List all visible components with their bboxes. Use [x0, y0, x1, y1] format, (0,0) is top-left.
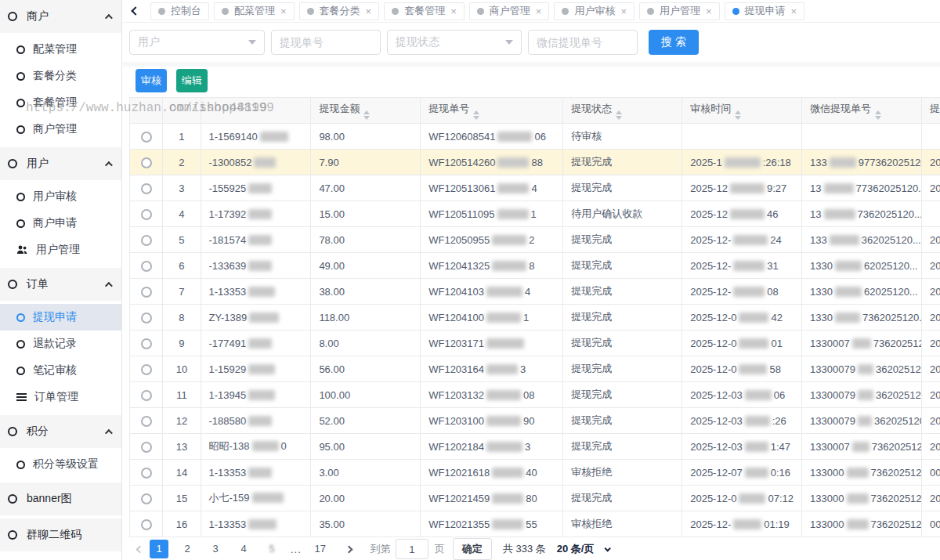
audit-button[interactable]: 审核: [136, 69, 167, 92]
user-cell: 昭昭-1380: [201, 434, 311, 460]
audit-time-cell: [682, 124, 802, 150]
amount-cell: 15.00: [311, 201, 421, 227]
redacted-text: [858, 364, 873, 374]
table-row: 6-13363949.00WF120413258提现完成2025-12-3113…: [130, 253, 940, 279]
row-radio[interactable]: [141, 287, 152, 298]
row-radio[interactable]: [141, 313, 152, 323]
row-index-cell: 14: [163, 460, 201, 486]
sidebar-item-user[interactable]: 用户: [0, 147, 121, 180]
page-number-2[interactable]: 2: [178, 540, 197, 558]
wechat-order-cell: 1330007362025120...: [802, 511, 922, 537]
tab-combo-category[interactable]: 套餐分类×: [299, 2, 380, 20]
row-radio[interactable]: [141, 338, 152, 349]
sidebar-item-points[interactable]: 积分: [0, 415, 121, 448]
page-number-5[interactable]: 5: [262, 540, 281, 558]
tab-dot: [562, 8, 569, 15]
close-tab-icon[interactable]: ×: [536, 6, 542, 16]
row-radio[interactable]: [141, 132, 152, 143]
audit-time-cell: 2025-12-007:12: [682, 486, 802, 511]
row-radio[interactable]: [141, 364, 152, 375]
close-tab-icon[interactable]: ×: [280, 6, 287, 16]
page-size-select[interactable]: 20 条/页: [557, 542, 610, 556]
page-number-1[interactable]: 1: [150, 540, 168, 558]
wechat-order-cell: 137362025120...: [802, 201, 922, 227]
goto-page-input[interactable]: [396, 539, 428, 559]
sort-desc-icon: [363, 116, 370, 120]
tab-user-management[interactable]: 用户管理×: [639, 2, 720, 20]
sidebar-item-merchant[interactable]: 商户: [0, 0, 121, 33]
row-radio[interactable]: [141, 442, 152, 453]
sort-icon[interactable]: [616, 110, 622, 120]
withdraw-status-select[interactable]: 提现状态: [387, 30, 522, 55]
sidebar-item-order-management[interactable]: 订单管理: [0, 384, 121, 410]
row-radio[interactable]: [141, 416, 152, 427]
tab-merchant-management[interactable]: 商户管理×: [469, 2, 550, 20]
amount-column-header[interactable]: 提现金额: [311, 98, 421, 124]
close-tab-icon[interactable]: ×: [366, 6, 372, 16]
tab-dish-management[interactable]: 配菜管理×: [214, 2, 295, 20]
wechat-order-column-header[interactable]: 微信提现单号: [802, 98, 922, 124]
sidebar-item-user-management[interactable]: 用户管理: [0, 237, 121, 263]
sort-icon[interactable]: [473, 110, 479, 120]
row-radio[interactable]: [141, 468, 152, 479]
audit-time-column-header[interactable]: 审核时间: [682, 98, 802, 124]
sidebar-item-combo-management[interactable]: 套餐管理: [0, 89, 121, 116]
row-radio[interactable]: [141, 493, 152, 504]
sort-icon[interactable]: [363, 110, 370, 120]
sidebar-item-refund-records[interactable]: 退款记录: [0, 331, 121, 357]
wechat-order-input[interactable]: [528, 30, 638, 55]
page-number-3[interactable]: 3: [206, 540, 225, 558]
circle-icon: [16, 313, 25, 322]
user-select[interactable]: 用户: [129, 30, 265, 55]
row-radio[interactable]: [141, 519, 152, 530]
page-number-17[interactable]: 17: [311, 540, 330, 558]
row-radio[interactable]: [141, 390, 152, 401]
tab-console[interactable]: 控制台: [150, 2, 209, 20]
chevron-down-icon: [505, 40, 513, 45]
tab-combo-management[interactable]: 套餐管理×: [384, 2, 465, 20]
row-radio[interactable]: [141, 183, 152, 194]
row-radio[interactable]: [141, 157, 152, 168]
tab-label: 提现申请: [745, 4, 786, 18]
tab-user-review[interactable]: 用户审核×: [554, 2, 634, 20]
status-cell: 提现完成: [563, 408, 682, 434]
close-tab-icon[interactable]: ×: [706, 6, 712, 16]
row-radio[interactable]: [141, 261, 152, 272]
tabs-scroll-left-button[interactable]: [127, 2, 144, 20]
confirm-page-button[interactable]: 确定: [453, 538, 492, 560]
close-tab-icon[interactable]: ×: [620, 6, 627, 16]
order-no-column-header[interactable]: 提现单号: [421, 98, 563, 124]
page-number-4[interactable]: 4: [234, 540, 253, 558]
prev-page-button[interactable]: [129, 540, 150, 558]
sidebar-item-combo-category[interactable]: 套餐分类: [0, 63, 121, 89]
sidebar-item-label: banner图: [27, 492, 72, 506]
row-radio[interactable]: [141, 209, 152, 220]
close-tab-icon[interactable]: ×: [791, 6, 797, 16]
withdraw-time-cell: 2025-: [922, 331, 940, 356]
withdraw-order-input[interactable]: [271, 30, 381, 55]
withdraw-time-cell: 2025-: [922, 150, 940, 175]
close-tab-icon[interactable]: ×: [450, 6, 457, 16]
sidebar-item-dish-management[interactable]: 配菜管理: [0, 36, 121, 63]
row-radio[interactable]: [141, 235, 152, 246]
sort-icon[interactable]: [735, 110, 741, 120]
redacted-text: [492, 235, 526, 245]
search-button[interactable]: 搜 索: [649, 30, 699, 55]
sidebar-item-note-review[interactable]: 笔记审核: [0, 357, 121, 384]
sort-icon[interactable]: [875, 110, 881, 120]
chevron-left-icon: [131, 6, 139, 15]
sidebar-item-banner[interactable]: banner图: [0, 482, 121, 515]
sidebar-item-merchant-management[interactable]: 商户管理: [0, 116, 121, 143]
next-page-button[interactable]: [339, 540, 360, 558]
sidebar-item-merchant-apply[interactable]: 商户申请: [0, 210, 121, 237]
status-column-header[interactable]: 提现状态: [563, 98, 682, 124]
withdraw-time-column-header[interactable]: 提现时间: [922, 98, 940, 124]
redacted-text: [824, 183, 854, 193]
edit-button[interactable]: 编辑: [176, 69, 208, 92]
sidebar-item-withdraw-apply[interactable]: 提现申请: [0, 304, 121, 331]
sidebar-item-order[interactable]: 订单: [0, 268, 121, 301]
sidebar-item-group-qrcode[interactable]: 群聊二维码: [0, 518, 121, 551]
sidebar-item-points-level-settings[interactable]: 积分等级设置: [0, 451, 121, 478]
sidebar-item-user-review[interactable]: 用户审核: [0, 183, 121, 210]
tab-withdraw-apply[interactable]: 提现申请×: [725, 2, 805, 20]
